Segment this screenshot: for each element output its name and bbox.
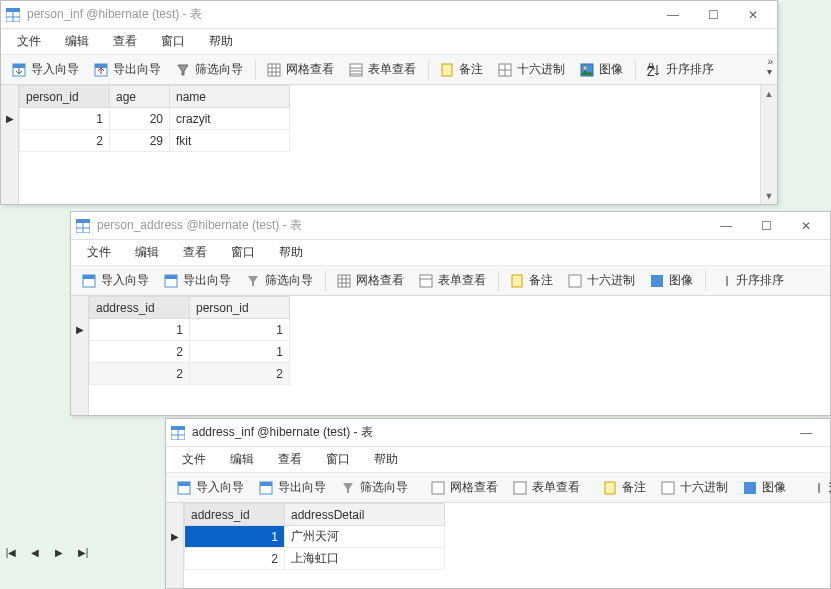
- sort-asc-button[interactable]: 升序排序: [710, 269, 790, 292]
- menu-help[interactable]: 帮助: [362, 447, 410, 472]
- minimize-button[interactable]: —: [706, 213, 746, 239]
- memo-button[interactable]: 备注: [503, 269, 559, 292]
- hex-button[interactable]: 十六进制: [654, 476, 734, 499]
- cell[interactable]: 2: [90, 363, 190, 385]
- image-button[interactable]: 图像: [736, 476, 792, 499]
- cell[interactable]: 29: [110, 130, 170, 152]
- col-person-id[interactable]: person_id: [20, 86, 110, 108]
- col-address-id[interactable]: address_id: [185, 504, 285, 526]
- vertical-scrollbar[interactable]: ▲ ▼: [760, 85, 777, 204]
- cell[interactable]: 2: [20, 130, 110, 152]
- form-view-button[interactable]: 表单查看: [342, 58, 422, 81]
- cell[interactable]: 2: [185, 548, 285, 570]
- data-grid[interactable]: address_id person_id 1 1 2 1 2 2: [89, 296, 830, 415]
- scroll-up-icon[interactable]: ▲: [761, 85, 777, 102]
- minimize-button[interactable]: —: [653, 2, 693, 28]
- menu-edit[interactable]: 编辑: [53, 29, 101, 54]
- image-button[interactable]: 图像: [643, 269, 699, 292]
- current-row-icon: ▶: [1, 107, 18, 129]
- nav-next-button[interactable]: ▶: [50, 543, 68, 561]
- memo-button[interactable]: 备注: [596, 476, 652, 499]
- menu-view[interactable]: 查看: [171, 240, 219, 265]
- minimize-button[interactable]: —: [786, 420, 826, 446]
- menu-view[interactable]: 查看: [101, 29, 149, 54]
- col-address-detail[interactable]: addressDetail: [285, 504, 445, 526]
- close-button[interactable]: ✕: [786, 213, 826, 239]
- cell[interactable]: 2: [90, 341, 190, 363]
- menu-edit[interactable]: 编辑: [218, 447, 266, 472]
- window-person-address: person_address @hibernate (test) - 表 — ☐…: [70, 211, 831, 416]
- hex-button[interactable]: 十六进制: [561, 269, 641, 292]
- memo-icon: [509, 273, 525, 289]
- export-wizard-button[interactable]: 导出向导: [157, 269, 237, 292]
- col-name[interactable]: name: [170, 86, 290, 108]
- data-grid[interactable]: address_id addressDetail 1 广州天河 2 上海虹口: [184, 503, 830, 588]
- sort-asc-button[interactable]: AZ升序排序: [640, 58, 720, 81]
- filter-wizard-button[interactable]: 筛选向导: [239, 269, 319, 292]
- import-icon: [11, 62, 27, 78]
- table-row[interactable]: 1 1: [90, 319, 290, 341]
- scroll-down-icon[interactable]: ▼: [761, 187, 777, 204]
- cell[interactable]: 1: [190, 319, 290, 341]
- hex-button[interactable]: 十六进制: [491, 58, 571, 81]
- table-row[interactable]: 2 上海虹口: [185, 548, 445, 570]
- menu-help[interactable]: 帮助: [267, 240, 315, 265]
- form-view-button[interactable]: 表单查看: [412, 269, 492, 292]
- nav-prev-button[interactable]: ◀: [26, 543, 44, 561]
- cell[interactable]: 1: [20, 108, 110, 130]
- close-button[interactable]: ✕: [733, 2, 773, 28]
- menu-window[interactable]: 窗口: [149, 29, 197, 54]
- import-wizard-button[interactable]: 导入向导: [75, 269, 155, 292]
- filter-wizard-button[interactable]: 筛选向导: [334, 476, 414, 499]
- menu-view[interactable]: 查看: [266, 447, 314, 472]
- import-wizard-button[interactable]: 导入向导: [5, 58, 85, 81]
- toolbar-overflow-icon[interactable]: »▾: [767, 57, 773, 77]
- col-age[interactable]: age: [110, 86, 170, 108]
- cell[interactable]: fkit: [170, 130, 290, 152]
- menu-file[interactable]: 文件: [170, 447, 218, 472]
- svg-rect-52: [514, 482, 526, 494]
- export-wizard-button[interactable]: 导出向导: [252, 476, 332, 499]
- maximize-button[interactable]: ☐: [746, 213, 786, 239]
- memo-button[interactable]: 备注: [433, 58, 489, 81]
- col-person-id[interactable]: person_id: [190, 297, 290, 319]
- cell[interactable]: 上海虹口: [285, 548, 445, 570]
- row-marker: [71, 340, 88, 362]
- menu-window[interactable]: 窗口: [219, 240, 267, 265]
- nav-last-button[interactable]: ▶|: [74, 543, 92, 561]
- titlebar[interactable]: person_inf @hibernate (test) - 表 — ☐ ✕: [1, 1, 777, 29]
- table-row[interactable]: 1 20 crazyit: [20, 108, 290, 130]
- cell[interactable]: crazyit: [170, 108, 290, 130]
- table-row[interactable]: 2 1: [90, 341, 290, 363]
- cell[interactable]: 2: [190, 363, 290, 385]
- cell[interactable]: 1: [190, 341, 290, 363]
- filter-wizard-button[interactable]: 筛选向导: [169, 58, 249, 81]
- cell[interactable]: 1: [90, 319, 190, 341]
- titlebar[interactable]: person_address @hibernate (test) - 表 — ☐…: [71, 212, 830, 240]
- image-button[interactable]: 图像: [573, 58, 629, 81]
- form-view-button[interactable]: 表单查看: [506, 476, 586, 499]
- maximize-button[interactable]: ☐: [693, 2, 733, 28]
- titlebar[interactable]: address_inf @hibernate (test) - 表 —: [166, 419, 830, 447]
- grid-view-button[interactable]: 网格查看: [330, 269, 410, 292]
- nav-first-button[interactable]: |◀: [2, 543, 20, 561]
- grid-view-button[interactable]: 网格查看: [424, 476, 504, 499]
- menu-file[interactable]: 文件: [75, 240, 123, 265]
- table-row[interactable]: 2 2: [90, 363, 290, 385]
- export-wizard-button[interactable]: 导出向导: [87, 58, 167, 81]
- import-wizard-button[interactable]: 导入向导: [170, 476, 250, 499]
- menu-window[interactable]: 窗口: [314, 447, 362, 472]
- col-address-id[interactable]: address_id: [90, 297, 190, 319]
- cell[interactable]: 1: [185, 526, 285, 548]
- menu-edit[interactable]: 编辑: [123, 240, 171, 265]
- svg-rect-32: [165, 275, 177, 279]
- menu-help[interactable]: 帮助: [197, 29, 245, 54]
- cell[interactable]: 20: [110, 108, 170, 130]
- cell[interactable]: 广州天河: [285, 526, 445, 548]
- table-row[interactable]: 2 29 fkit: [20, 130, 290, 152]
- sort-asc-button[interactable]: 升序排: [802, 476, 831, 499]
- menu-file[interactable]: 文件: [5, 29, 53, 54]
- grid-view-button[interactable]: 网格查看: [260, 58, 340, 81]
- data-grid[interactable]: person_id age name 1 20 crazyit 2 29 fki…: [19, 85, 760, 204]
- table-row[interactable]: 1 广州天河: [185, 526, 445, 548]
